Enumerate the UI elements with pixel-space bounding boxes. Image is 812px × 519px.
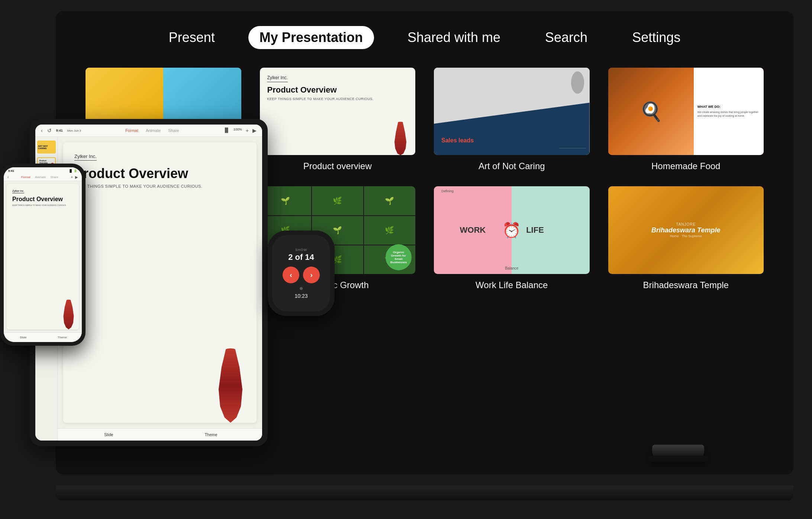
ipad-add-icon[interactable]: +: [246, 128, 249, 133]
iphone-time: 9:41: [8, 169, 14, 173]
temple-name: Tanjore: [676, 222, 696, 226]
what-we-do-label: WHAT WE DO:: [697, 105, 760, 109]
iphone-animate-tab[interactable]: Animate: [35, 175, 46, 179]
watch-time: 10:23: [294, 293, 307, 299]
nav-present[interactable]: Present: [158, 26, 226, 49]
iphone-tab-theme[interactable]: Theme: [43, 335, 82, 340]
apple-tv-body: [652, 445, 704, 456]
iphone-device: 9:41 ▐▌ 🔋 ‹ Format Animate Share + ▶ Zyl…: [0, 164, 86, 346]
presentation-work-life[interactable]: Defining ⏰ WORK LIFE Balance Work Life B…: [434, 186, 590, 290]
thumb-homemade-food: WHAT WE DO: We create amazing dishes tha…: [608, 68, 764, 155]
watch-slide-number: 2 of 14: [288, 252, 314, 262]
watch-dot-indicator: [300, 287, 303, 290]
organic-growth-label: Organic Growth for Small Businesses: [386, 244, 412, 270]
ipad-tab-theme[interactable]: Theme: [160, 429, 262, 441]
iphone-add-icon[interactable]: +: [71, 175, 73, 179]
life-panel: [512, 186, 589, 274]
ipad-back-icon[interactable]: ‹: [41, 128, 43, 133]
presentation-art-not-caring[interactable]: Sales leads ————————— Art of Not Caring: [434, 68, 590, 171]
presentation-homemade-food[interactable]: WHAT WE DO: We create amazing dishes tha…: [608, 68, 764, 171]
ipad-play-icon[interactable]: ▶: [252, 128, 257, 133]
ipad-slide-thumb-1[interactable]: ART NOT CARING: [37, 141, 56, 154]
ipad-time: 9:41: [56, 129, 63, 132]
clock-icon: ⏰: [502, 222, 521, 239]
iphone-company: Zylker Inc.: [12, 190, 24, 193]
iphone-tab-slide[interactable]: Slide: [4, 335, 43, 340]
plant-2: 🌿: [312, 186, 363, 215]
ipad-toolbar-right: ▐▌ 100% + ▶: [223, 128, 257, 133]
thumb-art-not-caring: Sales leads —————————: [434, 68, 590, 155]
life-text: LIFE: [526, 225, 544, 235]
defining-text: Defining: [441, 189, 454, 193]
homemade-desc: We create amazing dishes that bring peop…: [697, 110, 760, 118]
ipad-battery-label: 100%: [233, 128, 242, 133]
ipad-date: Mon Jun 3: [67, 129, 81, 132]
iphone-subtitle: KEEP THINGS SIMPLE TO MAKE YOUR AUDIENCE…: [12, 204, 73, 206]
ipad-toolbar: ‹ ↺ 9:41 Mon Jun 3 Format Animate Share …: [35, 125, 262, 137]
ipad-toolbar-left: ‹ ↺ 9:41 Mon Jun 3: [41, 128, 81, 133]
iphone-slide-canvas: Zylker Inc. Product Overview KEEP THINGS…: [7, 184, 79, 329]
iphone-screen: 9:41 ▐▌ 🔋 ‹ Format Animate Share + ▶ Zyl…: [4, 167, 82, 342]
plant-6: 🌿: [364, 216, 415, 245]
temple-title-label: Brihadeswara Temple: [643, 280, 729, 290]
balance-text: Balance: [505, 266, 518, 270]
iphone-status-bar: 9:41 ▐▌ 🔋: [4, 167, 82, 174]
ipad-bottom-tabs: Slide Theme: [58, 428, 262, 441]
thumb-product-overview: Zylker Inc. Product Overview KEEP THINGS…: [260, 68, 416, 155]
ipad-undo-icon[interactable]: ↺: [47, 128, 52, 133]
homemade-text-side: WHAT WE DO: We create amazing dishes tha…: [694, 68, 764, 155]
iphone-back-icon[interactable]: ‹: [7, 175, 9, 179]
ipad-tab-slide[interactable]: Slide: [58, 429, 160, 441]
art-not-caring-title: Art of Not Caring: [478, 161, 545, 171]
temple-title: Brihadeswara Temple: [651, 226, 720, 234]
work-text: WORK: [460, 225, 486, 235]
ipad-share-tab[interactable]: Share: [168, 128, 179, 133]
work-life-title: Work Life Balance: [476, 280, 548, 290]
nav-settings[interactable]: Settings: [621, 26, 692, 49]
temple-subtitle: Home · The Supreme: [670, 234, 702, 238]
iphone-play-icon[interactable]: ▶: [75, 175, 78, 179]
nav-search[interactable]: Search: [534, 26, 599, 49]
iphone-title: Product Overview: [12, 196, 73, 203]
product-company: Zylker Inc.: [267, 75, 288, 82]
thumb-work-life: Defining ⏰ WORK LIFE Balance: [434, 186, 590, 274]
watch-screen: SHOW 2 of 14 ‹ › 10:23: [272, 235, 330, 312]
nav-shared-with-me[interactable]: Shared with me: [396, 26, 512, 49]
tv-stand: [360, 500, 452, 512]
product-title: Product Overview: [267, 85, 408, 95]
nav-my-presentation[interactable]: My Presentation: [248, 26, 374, 49]
food-image: [608, 68, 694, 155]
ipad-vase-decoration: [216, 348, 245, 423]
sales-leads-label: Sales leads: [441, 137, 474, 144]
apple-tv-base: [648, 456, 708, 461]
watch-next-button[interactable]: ›: [303, 267, 320, 283]
ipad-format-tab[interactable]: Format: [125, 128, 138, 133]
iphone-toolbar-right: + ▶: [71, 175, 78, 179]
ipad-slide-subtitle: KEEP THINGS SIMPLE TO MAKE YOUR AUDIENCE…: [74, 184, 245, 188]
apple-tv-device: [648, 445, 708, 489]
ipad-company-label: Zylker Inc.: [74, 154, 97, 161]
product-subtitle: KEEP THINGS SIMPLE TO MAKE YOUR AUDIENCE…: [267, 97, 408, 101]
watch-prev-button[interactable]: ‹: [283, 267, 299, 283]
ipad-slide-title: Product Overview: [74, 166, 245, 181]
watch-controls: ‹ ›: [283, 267, 320, 283]
ipad-animate-tab[interactable]: Animate: [146, 128, 161, 133]
ipad-main-area: Zylker Inc. Product Overview KEEP THINGS…: [58, 137, 262, 441]
iphone-format-tab[interactable]: Format: [21, 175, 30, 179]
iphone-toolbar-center: Format Animate Share: [21, 175, 58, 179]
presentation-temple[interactable]: Tanjore Brihadeswara Temple Home · The S…: [608, 186, 764, 290]
iphone-vase-decoration: [62, 300, 75, 329]
thumb1-text: ART NOT CARING: [37, 144, 56, 150]
tv-navigation: Present My Presentation Shared with me S…: [86, 26, 764, 49]
product-vase-icon: [393, 122, 408, 155]
ipad-signal-icon: ▐▌: [223, 128, 230, 133]
ipad-toolbar-center: Format Animate Share: [125, 128, 179, 133]
iphone-share-tab[interactable]: Share: [50, 175, 58, 179]
homemade-food-title: Homemade Food: [651, 161, 720, 171]
watch-show-label: SHOW: [295, 248, 307, 252]
iphone-status-icons: ▐▌ 🔋: [68, 169, 77, 173]
watch-device: SHOW 2 of 14 ‹ › 10:23: [268, 231, 335, 316]
iphone-toolbar: ‹ Format Animate Share + ▶: [4, 174, 82, 181]
iphone-bottom-tabs: Slide Theme: [4, 332, 82, 342]
presentation-product-overview[interactable]: Zylker Inc. Product Overview KEEP THINGS…: [260, 68, 416, 171]
